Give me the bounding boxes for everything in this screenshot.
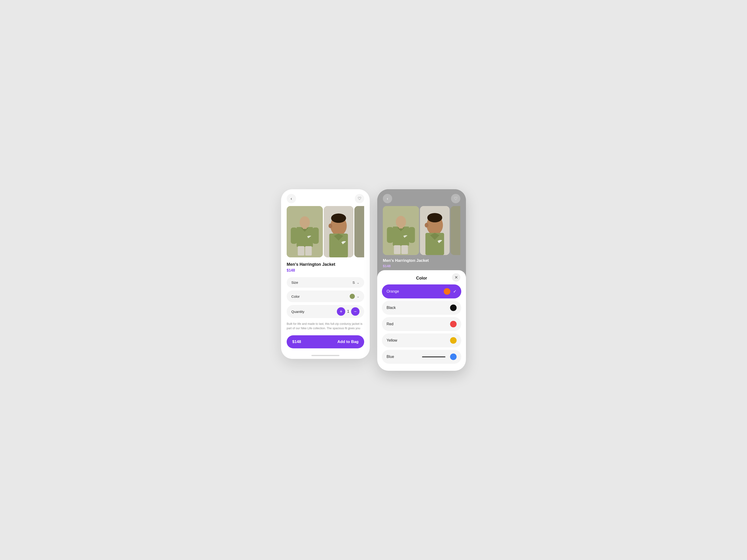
product-title-2: Men's Harrington Jacket	[383, 258, 460, 263]
color-dot-blue	[450, 353, 457, 360]
svg-point-30	[424, 223, 428, 228]
svg-rect-7	[298, 246, 304, 256]
color-dot-orange	[444, 288, 450, 295]
phone-1-card: ‹ ♡	[281, 189, 370, 359]
size-right: S ⌄	[353, 281, 360, 285]
color-chevron-icon: ⌄	[357, 294, 360, 298]
scene: ‹ ♡	[272, 175, 475, 385]
color-right: ⌄	[350, 294, 360, 299]
modal-title: Color	[416, 276, 427, 281]
svg-rect-23	[394, 245, 400, 254]
product-gallery-2	[377, 206, 466, 255]
color-dot-yellow	[450, 337, 457, 344]
quantity-value: 1	[347, 310, 349, 314]
gallery-img-third-2	[450, 206, 460, 255]
size-chevron-icon: ⌄	[357, 281, 360, 285]
favorite-button-1[interactable]: ♡	[355, 194, 364, 203]
gallery-img-main-2	[383, 206, 419, 255]
svg-rect-3	[291, 228, 297, 244]
color-right-orange: ✓	[444, 288, 457, 295]
color-list: Orange ✓ Black Red	[377, 285, 466, 364]
product-price-2: $148	[383, 264, 460, 268]
btn-label: Add to Bag	[337, 340, 359, 344]
color-item-red[interactable]: Red	[382, 317, 461, 331]
product-gallery-1	[281, 206, 370, 257]
svg-point-14	[329, 223, 332, 228]
color-dot-red	[450, 321, 457, 327]
quantity-label: Quantity	[291, 310, 304, 314]
color-right-yellow	[450, 337, 457, 344]
color-option[interactable]: Color ⌄	[287, 291, 364, 302]
svg-rect-4	[312, 228, 319, 244]
color-item-orange[interactable]: Orange ✓	[382, 285, 461, 298]
quantity-plus-button[interactable]: +	[337, 307, 345, 316]
svg-rect-20	[409, 227, 415, 243]
modal-header: Color ✕	[377, 270, 466, 285]
color-item-yellow[interactable]: Yellow	[382, 334, 461, 347]
svg-point-13	[331, 213, 346, 223]
product-price-1: $148	[287, 268, 364, 272]
btn-price: $148	[292, 340, 301, 344]
back-icon-1: ‹	[291, 196, 292, 201]
back-icon-2: ‹	[387, 196, 388, 201]
color-label-blue: Blue	[387, 355, 394, 359]
back-button-1[interactable]: ‹	[287, 194, 296, 203]
color-label-yellow: Yellow	[387, 338, 397, 343]
color-label-black: Black	[387, 306, 396, 310]
size-option[interactable]: Size S ⌄	[287, 277, 364, 288]
color-dot-black	[450, 304, 457, 311]
svg-rect-15	[354, 206, 364, 257]
product-info-1: Men's Harrington Jacket $148 Size S ⌄ Co…	[281, 257, 370, 318]
svg-rect-6	[303, 226, 307, 229]
color-modal: Color ✕ Orange ✓ Black	[377, 270, 466, 371]
svg-rect-22	[399, 226, 403, 229]
phone-2-card: ‹ ♡	[377, 189, 466, 371]
check-icon-orange: ✓	[453, 289, 457, 294]
color-right-blue	[422, 353, 457, 360]
close-icon: ✕	[455, 275, 458, 280]
modal-close-button[interactable]: ✕	[452, 273, 460, 282]
product-info-2: Men's Harrington Jacket $148	[377, 255, 466, 270]
home-indicator-1	[311, 355, 339, 356]
gallery-img-main-1	[287, 206, 323, 257]
top-bar-2: ‹ ♡	[377, 189, 466, 206]
svg-rect-8	[305, 246, 312, 256]
color-label: Color	[291, 294, 300, 298]
blue-divider	[422, 356, 445, 357]
svg-rect-24	[401, 245, 408, 254]
top-bar-1: ‹ ♡	[281, 189, 370, 206]
quantity-minus-button[interactable]: −	[351, 307, 360, 316]
heart-icon-2: ♡	[454, 196, 458, 201]
size-value: S	[353, 281, 355, 285]
svg-rect-19	[387, 227, 393, 243]
size-label: Size	[291, 281, 298, 285]
gallery-img-secondary-1	[324, 206, 354, 257]
add-to-bag-button[interactable]: $148 Add to Bag	[287, 335, 364, 348]
color-right-red	[450, 321, 457, 327]
product-description: Built for life and made to last, this fu…	[281, 322, 370, 331]
quantity-row: Quantity + 1 −	[287, 305, 364, 318]
color-label-red: Red	[387, 322, 393, 326]
color-label-orange: Orange	[387, 289, 399, 294]
gallery-img-secondary-2	[420, 206, 449, 255]
color-item-black[interactable]: Black	[382, 301, 461, 315]
favorite-button-2[interactable]: ♡	[451, 194, 460, 203]
gallery-img-third-1	[354, 206, 364, 257]
color-right-black	[450, 304, 457, 311]
svg-point-29	[427, 213, 442, 222]
heart-icon-1: ♡	[358, 196, 361, 201]
quantity-controls: + 1 −	[337, 307, 360, 316]
svg-rect-31	[450, 206, 460, 255]
back-button-2[interactable]: ‹	[383, 194, 392, 203]
color-dot-selected	[350, 294, 355, 299]
product-title-1: Men's Harrington Jacket	[287, 262, 364, 267]
color-item-blue[interactable]: Blue	[382, 350, 461, 364]
